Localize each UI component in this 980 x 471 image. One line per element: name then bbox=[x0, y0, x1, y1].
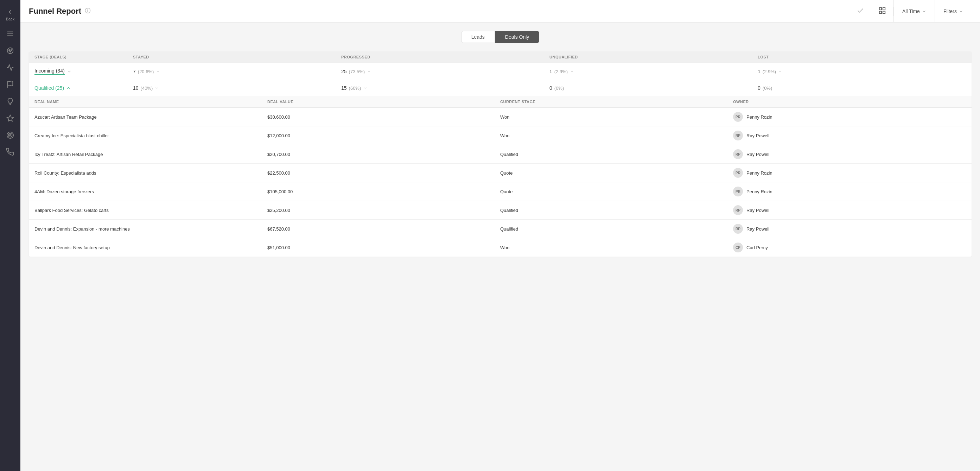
back-button[interactable]: Back bbox=[6, 6, 14, 24]
deal-row: Devin and Dennis: New factory setup $51,… bbox=[29, 238, 972, 257]
deal-owner-cell: RP Ray Powell bbox=[733, 149, 966, 159]
deal-row: Ballpark Food Services: Gelato carts $25… bbox=[29, 201, 972, 220]
deal-name-cell[interactable]: 4AM: Dozen storage freezers bbox=[35, 189, 267, 194]
chevron-down-icon bbox=[922, 9, 926, 13]
svg-rect-13 bbox=[883, 7, 885, 10]
unqualified-chevron-icon[interactable] bbox=[570, 69, 574, 73]
deals-only-toggle[interactable]: Deals Only bbox=[495, 31, 539, 43]
owner-avatar: CP bbox=[733, 243, 743, 252]
svg-rect-15 bbox=[883, 11, 885, 13]
deal-owner-cell: RP Ray Powell bbox=[733, 131, 966, 141]
svg-rect-14 bbox=[880, 11, 881, 13]
svg-point-5 bbox=[11, 49, 12, 51]
deal-name-cell[interactable]: Icy Treatz: Artisan Retail Package bbox=[35, 152, 267, 157]
owner-avatar: RP bbox=[733, 224, 743, 234]
deal-stage-cell: Quote bbox=[500, 170, 733, 176]
sidebar-star-icon[interactable] bbox=[3, 111, 17, 125]
owner-name: Penny Rozin bbox=[746, 170, 772, 176]
incoming-stayed-val: 7 bbox=[133, 69, 136, 74]
title-text: Funnel Report bbox=[29, 7, 81, 16]
deal-owner-cell: PR Penny Rozin bbox=[733, 168, 966, 178]
qualified-stayed-chevron[interactable] bbox=[155, 86, 159, 90]
owner-name: Carl Percy bbox=[746, 245, 768, 250]
deal-value-cell: $105,000.00 bbox=[267, 189, 500, 194]
owner-name: Ray Powell bbox=[746, 208, 769, 213]
incoming-chevron-icon[interactable] bbox=[67, 69, 72, 74]
sidebar-bulb-icon[interactable] bbox=[3, 94, 17, 109]
owner-avatar: RP bbox=[733, 149, 743, 159]
deal-row: 4AM: Dozen storage freezers $105,000.00 … bbox=[29, 182, 972, 201]
deal-value-cell: $30,600.00 bbox=[267, 114, 500, 120]
sidebar-flag-icon[interactable] bbox=[3, 77, 17, 91]
deal-stage-cell: Qualified bbox=[500, 226, 733, 232]
deal-name-cell[interactable]: Azucar: Artisan Team Package bbox=[35, 114, 267, 120]
sidebar-target-icon[interactable] bbox=[3, 128, 17, 142]
deal-value-cell: $67,520.00 bbox=[267, 226, 500, 232]
incoming-stage-row: Incoming (34) 7 (20.6%) 25 (73.5%) 1 bbox=[29, 63, 972, 80]
deal-name-cell[interactable]: Roll County: Especialista adds bbox=[35, 170, 267, 176]
incoming-stage-name[interactable]: Incoming (34) bbox=[35, 68, 133, 75]
deal-stage-cell: Qualified bbox=[500, 208, 733, 213]
owner-avatar: PR bbox=[733, 168, 743, 178]
qualified-lost-pct: (0%) bbox=[763, 86, 772, 91]
deal-owner-cell: PR Penny Rozin bbox=[733, 187, 966, 196]
svg-point-4 bbox=[9, 49, 10, 51]
qualified-progressed-pct: (60%) bbox=[349, 86, 361, 91]
deal-row: Roll County: Especialista adds $22,500.0… bbox=[29, 164, 972, 182]
deal-row: Creamy Ice: Especialista blast chiller $… bbox=[29, 126, 972, 145]
progressed-chevron-icon[interactable] bbox=[367, 69, 371, 73]
incoming-lost-val: 1 bbox=[758, 69, 760, 74]
check-icon[interactable] bbox=[850, 7, 871, 16]
qualified-stage-name[interactable]: Qualified (25) bbox=[35, 85, 133, 91]
incoming-lost: 1 (2.9%) bbox=[758, 69, 966, 74]
deal-name-cell[interactable]: Devin and Dennis: New factory setup bbox=[35, 245, 267, 250]
deal-name-col-header: DEAL NAME bbox=[35, 100, 267, 104]
deal-stage-cell: Won bbox=[500, 245, 733, 250]
deal-value-cell: $12,000.00 bbox=[267, 133, 500, 138]
qualified-name-text: Qualified (25) bbox=[35, 85, 64, 91]
incoming-progressed-val: 25 bbox=[341, 69, 347, 74]
sidebar-list-icon[interactable] bbox=[3, 27, 17, 41]
deal-name-cell[interactable]: Ballpark Food Services: Gelato carts bbox=[35, 208, 267, 213]
back-label: Back bbox=[6, 17, 14, 21]
deal-value-cell: $20,700.00 bbox=[267, 152, 500, 157]
deal-headers: DEAL NAME DEAL VALUE CURRENT STAGE OWNER bbox=[29, 96, 972, 108]
sidebar-phone-icon[interactable] bbox=[3, 145, 17, 159]
header: Funnel Report ⓘ All Time Filters bbox=[21, 0, 980, 22]
qualified-progressed-chevron[interactable] bbox=[363, 86, 367, 90]
time-filter[interactable]: All Time bbox=[894, 0, 935, 22]
sidebar-palette-icon[interactable] bbox=[3, 44, 17, 58]
grid-icon[interactable] bbox=[871, 7, 894, 16]
owner-name: Ray Powell bbox=[746, 226, 769, 232]
filters-button[interactable]: Filters bbox=[935, 0, 972, 22]
content-area: Leads Deals Only STAGE (DEALS) STAYED PR… bbox=[21, 22, 980, 471]
qualified-unqualified: 0 (0%) bbox=[549, 85, 758, 91]
deal-name-cell[interactable]: Creamy Ice: Especialista blast chiller bbox=[35, 133, 267, 138]
incoming-lost-pct: (2.9%) bbox=[763, 69, 776, 74]
filters-label: Filters bbox=[943, 8, 957, 14]
stayed-chevron-icon[interactable] bbox=[156, 69, 160, 73]
deal-stage-cell: Won bbox=[500, 133, 733, 138]
deal-row: Icy Treatz: Artisan Retail Package $20,7… bbox=[29, 145, 972, 164]
stayed-col-header: STAYED bbox=[133, 55, 341, 59]
deal-value-cell: $22,500.00 bbox=[267, 170, 500, 176]
info-icon[interactable]: ⓘ bbox=[85, 7, 91, 15]
owner-avatar: RP bbox=[733, 131, 743, 141]
deal-stage-cell: Won bbox=[500, 114, 733, 120]
chevron-down-icon bbox=[959, 9, 963, 13]
incoming-progressed: 25 (73.5%) bbox=[341, 69, 549, 74]
lost-chevron-icon[interactable] bbox=[778, 69, 782, 73]
svg-point-11 bbox=[10, 134, 11, 136]
owner-name: Penny Rozin bbox=[746, 114, 772, 120]
deal-name-cell[interactable]: Devin and Dennis: Expansion - more machi… bbox=[35, 226, 267, 232]
leads-toggle[interactable]: Leads bbox=[461, 31, 495, 43]
incoming-stayed: 7 (20.6%) bbox=[133, 69, 341, 74]
owner-avatar: PR bbox=[733, 187, 743, 196]
sidebar-activity-icon[interactable] bbox=[3, 61, 17, 75]
deal-stage-col-header: CURRENT STAGE bbox=[500, 100, 733, 104]
incoming-stayed-pct: (20.6%) bbox=[138, 69, 154, 74]
deal-value-cell: $51,000.00 bbox=[267, 245, 500, 250]
qualified-chevron-icon[interactable] bbox=[66, 86, 71, 91]
main-content: Funnel Report ⓘ All Time Filters bbox=[21, 0, 980, 471]
qualified-unqualified-val: 0 bbox=[549, 85, 552, 91]
